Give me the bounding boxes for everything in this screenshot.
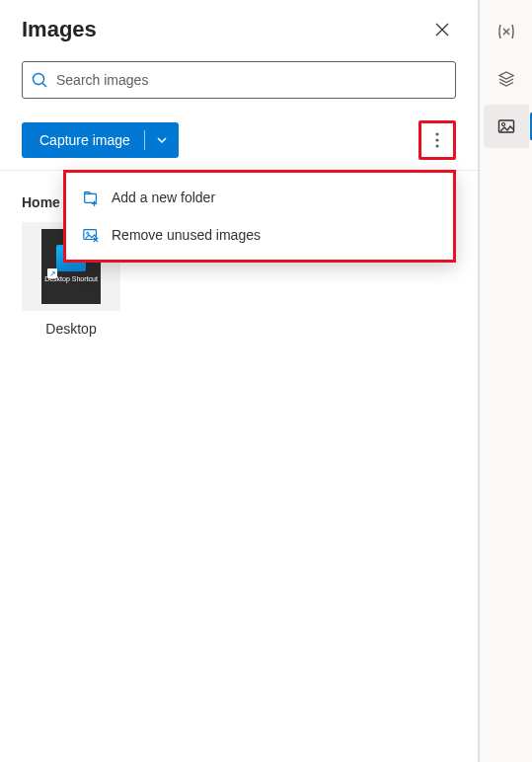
variables-icon — [496, 22, 516, 41]
search-box[interactable] — [22, 61, 456, 99]
menu-item-remove-unused[interactable]: Remove unused images — [66, 216, 453, 254]
menu-item-add-folder[interactable]: Add a new folder — [66, 179, 453, 216]
thumbnail-label: Desktop — [45, 321, 96, 337]
svg-point-13 — [501, 123, 504, 126]
search-icon — [31, 71, 48, 89]
panel-header: Images — [0, 0, 478, 53]
panel-title: Images — [22, 17, 97, 42]
menu-item-label: Add a new folder — [112, 190, 215, 205]
shortcut-arrow-icon: ↗ — [47, 268, 57, 278]
image-remove-icon — [82, 226, 100, 244]
images-panel: Images Capture image — [0, 0, 479, 762]
layers-icon — [496, 69, 516, 89]
search-container — [0, 53, 478, 99]
svg-point-3 — [435, 138, 438, 141]
svg-point-4 — [435, 144, 438, 147]
capture-image-label: Capture image — [22, 132, 144, 148]
search-input[interactable] — [56, 72, 447, 88]
more-vertical-icon — [435, 132, 439, 148]
close-button[interactable] — [426, 14, 458, 45]
capture-dropdown-toggle[interactable] — [145, 122, 179, 158]
rail-layers-button[interactable] — [484, 57, 529, 101]
toolbar: Capture image — [0, 99, 478, 170]
svg-point-9 — [87, 232, 89, 234]
more-options-menu: Add a new folder Remove unused images — [63, 170, 456, 263]
svg-point-0 — [34, 74, 44, 85]
svg-point-2 — [435, 132, 438, 135]
svg-line-1 — [42, 83, 46, 87]
chevron-down-icon — [156, 134, 168, 146]
breadcrumb-root: Home — [22, 194, 60, 210]
more-button-highlight — [418, 120, 456, 160]
rail-images-button[interactable] — [484, 105, 529, 148]
right-rail — [479, 0, 532, 762]
capture-image-button[interactable]: Capture image — [22, 122, 179, 158]
rail-variables-button[interactable] — [484, 10, 529, 53]
menu-item-label: Remove unused images — [112, 227, 261, 243]
images-icon — [496, 116, 516, 136]
close-icon — [435, 23, 449, 37]
folder-add-icon — [82, 189, 100, 206]
more-options-button[interactable] — [423, 125, 451, 155]
